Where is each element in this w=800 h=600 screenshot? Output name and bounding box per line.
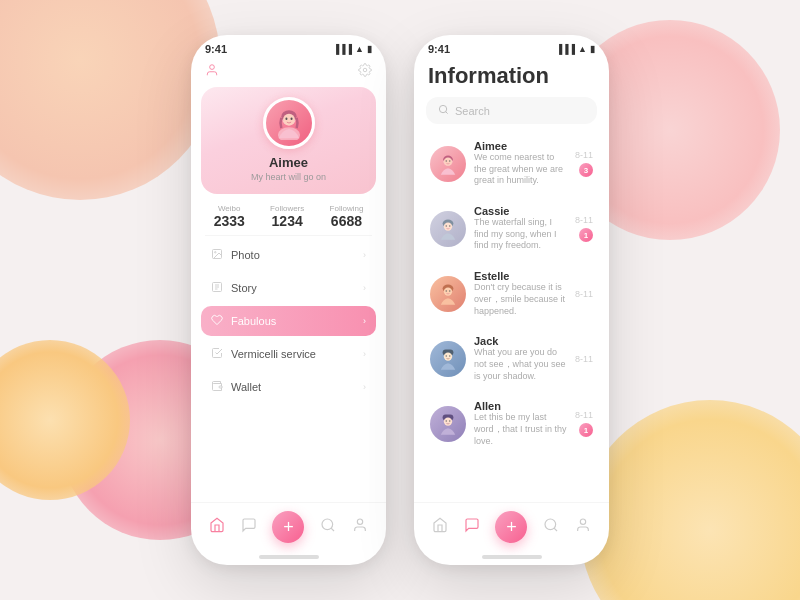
nav-search-2[interactable] [543, 517, 559, 537]
svg-point-36 [449, 420, 450, 421]
msg-badge-cassie: 1 [579, 228, 593, 242]
msg-body-estelle: Estelle Don't cry because it is over，smi… [474, 270, 567, 317]
msg-item-allen[interactable]: Allen Let this be my last word，that I tr… [424, 392, 599, 455]
nav-add-2[interactable]: + [495, 511, 527, 543]
svg-point-35 [446, 420, 447, 421]
msg-time-cassie: 8-11 [575, 215, 593, 225]
phone1-content: Aimee My heart will go on Weibo 2333 Fol… [191, 59, 386, 565]
search-bar[interactable]: Search [426, 97, 597, 124]
svg-point-19 [446, 160, 447, 161]
msg-preview-cassie: The waterfall sing, I find my song, when… [474, 217, 567, 252]
msg-preview-estelle: Don't cry because it is over，smile becau… [474, 282, 567, 317]
msg-meta-estelle: 8-11 [575, 289, 593, 299]
signal-icon: ▐▐▐ [333, 44, 352, 54]
svg-point-24 [449, 225, 450, 226]
menu-wallet[interactable]: Wallet › [201, 372, 376, 402]
phone-profile: 9:41 ▐▐▐ ▲ ▮ [191, 35, 386, 565]
svg-point-7 [290, 117, 292, 120]
phone1-header [191, 59, 386, 87]
home-indicator-1 [259, 555, 319, 559]
svg-point-18 [444, 157, 452, 165]
avatar-allen [430, 406, 466, 442]
avatar-large [263, 97, 315, 149]
menu-fabulous-label: Fabulous [231, 315, 276, 327]
profile-banner: Aimee My heart will go on [201, 87, 376, 194]
menu-story-label: Story [231, 282, 257, 294]
svg-point-1 [363, 68, 367, 72]
stat-weibo-label: Weibo [214, 204, 245, 213]
gear-icon[interactable] [358, 63, 372, 81]
menu-wallet-label: Wallet [231, 381, 261, 393]
status-time-1: 9:41 [205, 43, 227, 55]
msg-badge-allen: 1 [579, 423, 593, 437]
svg-point-11 [322, 519, 333, 530]
stat-followers-label: Followers [270, 204, 304, 213]
svg-point-14 [439, 105, 446, 112]
msg-body-aimee: Aimee We come nearest to the great when … [474, 140, 567, 187]
msg-preview-aimee: We come nearest to the great when we are… [474, 152, 567, 187]
svg-point-20 [449, 160, 450, 161]
wifi-icon: ▲ [355, 44, 364, 54]
svg-point-30 [444, 352, 452, 360]
bottom-nav-2: + [414, 502, 609, 555]
status-bar-1: 9:41 ▐▐▐ ▲ ▮ [191, 35, 386, 59]
chevron-photo: › [363, 250, 366, 260]
search-placeholder: Search [455, 105, 490, 117]
msg-name-jack: Jack [474, 335, 567, 347]
menu-vermicelli[interactable]: Vermicelli service › [201, 339, 376, 369]
msg-item-estelle[interactable]: Estelle Don't cry because it is over，smi… [424, 262, 599, 325]
vermicelli-icon [211, 347, 223, 361]
stat-followers: Followers 1234 [270, 204, 304, 229]
svg-point-13 [357, 519, 362, 524]
nav-profile-1[interactable] [352, 517, 368, 537]
avatar-aimee [430, 146, 466, 182]
svg-point-34 [444, 417, 452, 425]
menu-story[interactable]: Story › [201, 273, 376, 303]
nav-chat-2[interactable] [464, 517, 480, 537]
menu-fabulous[interactable]: Fabulous › [201, 306, 376, 336]
home-indicator-2 [482, 555, 542, 559]
nav-home-2[interactable] [432, 517, 448, 537]
message-list: Aimee We come nearest to the great when … [414, 132, 609, 502]
nav-home-1[interactable] [209, 517, 225, 537]
msg-item-jack[interactable]: Jack What you are you do not see，what yo… [424, 327, 599, 390]
msg-meta-aimee: 8-11 3 [575, 150, 593, 177]
profile-name: Aimee [269, 155, 308, 170]
nav-search-1[interactable] [320, 517, 336, 537]
svg-point-6 [285, 117, 287, 120]
phone2-content: Information Search [414, 59, 609, 565]
svg-line-15 [446, 112, 448, 114]
nav-profile-2[interactable] [575, 517, 591, 537]
menu-list: Photo › Story › [191, 236, 386, 502]
nav-chat-1[interactable] [241, 517, 257, 537]
menu-photo[interactable]: Photo › [201, 240, 376, 270]
stats-row: Weibo 2333 Followers 1234 Following 6688 [191, 194, 386, 235]
chevron-vermicelli: › [363, 349, 366, 359]
stat-following: Following 6688 [330, 204, 364, 229]
msg-item-cassie[interactable]: Cassie The waterfall sing, I find my son… [424, 197, 599, 260]
heart-icon [211, 314, 223, 328]
msg-time-aimee: 8-11 [575, 150, 593, 160]
stat-weibo: Weibo 2333 [214, 204, 245, 229]
msg-meta-cassie: 8-11 1 [575, 215, 593, 242]
svg-point-22 [444, 222, 452, 230]
msg-item-aimee[interactable]: Aimee We come nearest to the great when … [424, 132, 599, 195]
msg-preview-allen: Let this be my last word，that I trust in… [474, 412, 567, 447]
msg-time-estelle: 8-11 [575, 289, 593, 299]
msg-name-cassie: Cassie [474, 205, 567, 217]
stat-following-value: 6688 [330, 213, 364, 229]
status-time-2: 9:41 [428, 43, 450, 55]
battery-icon: ▮ [367, 44, 372, 54]
status-icons-1: ▐▐▐ ▲ ▮ [333, 44, 372, 54]
svg-point-0 [210, 65, 215, 70]
status-bar-2: 9:41 ▐▐▐ ▲ ▮ [414, 35, 609, 59]
msg-name-allen: Allen [474, 400, 567, 412]
scene: 9:41 ▐▐▐ ▲ ▮ [0, 0, 800, 600]
person-icon[interactable] [205, 63, 219, 81]
photo-icon [211, 248, 223, 262]
status-icons-2: ▐▐▐ ▲ ▮ [556, 44, 595, 54]
avatar-estelle [430, 276, 466, 312]
svg-point-37 [545, 519, 556, 530]
battery-icon-2: ▮ [590, 44, 595, 54]
nav-add-1[interactable]: + [272, 511, 304, 543]
